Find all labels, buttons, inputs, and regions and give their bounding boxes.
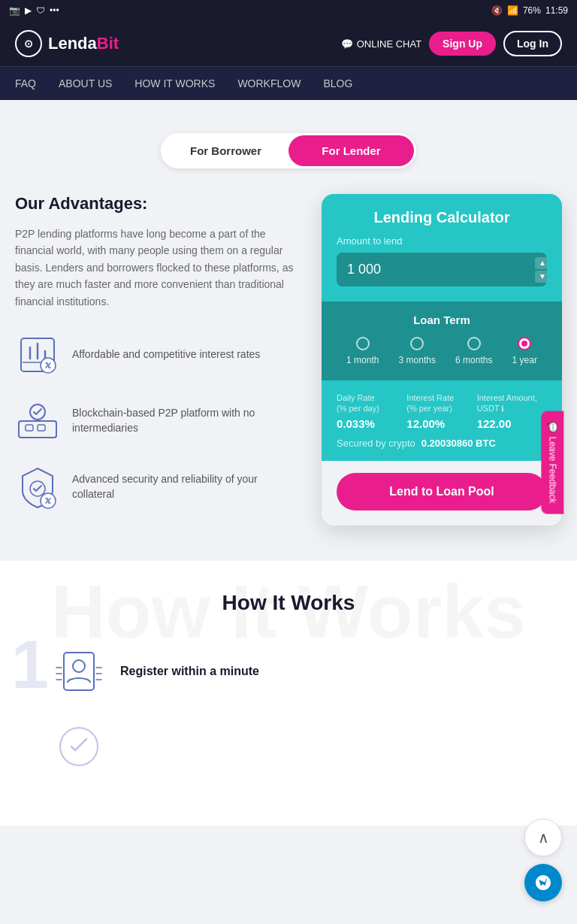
term-6months[interactable]: 6 months	[455, 337, 492, 365]
battery-level: 76%	[523, 5, 541, 16]
calc-title: Lending Calculator	[337, 209, 547, 226]
stats-section: Daily Rate(% per day) 0.033% Interest Ra…	[322, 380, 562, 461]
svg-rect-4	[38, 425, 45, 431]
chat-icon: 💬	[341, 38, 353, 50]
amount-decrement[interactable]: ▼	[535, 271, 547, 283]
term-1year[interactable]: 1 year	[512, 337, 537, 365]
nav-blog[interactable]: BLOG	[323, 67, 352, 100]
security-icon	[15, 465, 60, 510]
main-content: Our Advantages: P2P lending platforms ha…	[0, 186, 577, 561]
interest-rate-stat: Interest Rate(% per year) 12.00%	[406, 392, 476, 430]
advantage-blockchain-text: Blockchain-based P2P platform with no in…	[72, 406, 299, 435]
amount-input[interactable]	[337, 253, 532, 286]
svg-rect-3	[26, 425, 33, 431]
secured-row: Secured by crypto 0.20030860 BTC	[337, 438, 547, 449]
advantage-blockchain: Blockchain-based P2P platform with no in…	[15, 398, 299, 444]
login-button[interactable]: Log In	[503, 31, 562, 56]
nav-how-it-works[interactable]: HOW IT WORKS	[134, 67, 215, 100]
interest-amount-stat: Interest Amount,USDT ℹ 122.00	[477, 392, 547, 430]
mute-icon: 🔇	[491, 5, 503, 16]
more-icon: •••	[50, 5, 59, 16]
header: ⊙ LendaBit 💬 ONLINE CHAT Sign Up Log In	[0, 21, 577, 66]
play-icon: ▶	[25, 5, 32, 16]
term-1month-label: 1 month	[346, 355, 379, 365]
status-left: 📷 ▶ 🛡 •••	[9, 5, 59, 16]
signup-button[interactable]: Sign Up	[429, 32, 496, 56]
status-right: 🔇 📶 76% 11:59	[491, 5, 568, 16]
nav-menu: FAQ ABOUT US HOW IT WORKS WORKFLOW BLOG	[0, 66, 577, 100]
step-1-number: 1	[11, 626, 49, 704]
nav-faq[interactable]: FAQ	[15, 67, 36, 100]
lending-calculator: Lending Calculator Amount to lend ▲ ▼ ℹ …	[322, 194, 562, 526]
term-3months-radio	[410, 337, 424, 350]
advantage-rates: Affordable and competitive interest rate…	[15, 332, 299, 377]
advantage-rates-text: Affordable and competitive interest rate…	[72, 347, 260, 362]
amount-increment[interactable]: ▲	[535, 257, 547, 269]
term-options: 1 month 3 months 6 months 1 year	[337, 337, 547, 365]
loan-term-title: Loan Term	[337, 314, 547, 326]
step-1: 1 Register within a minute	[15, 645, 562, 698]
advantages-title: Our Advantages:	[15, 194, 299, 214]
advantages-description: P2P lending platforms have long become a…	[15, 226, 299, 310]
nav-about[interactable]: ABOUT US	[59, 67, 112, 100]
header-right: 💬 ONLINE CHAT Sign Up Log In	[341, 31, 562, 56]
term-3months-label: 3 months	[399, 355, 436, 365]
logo-icon: ⊙	[15, 30, 42, 57]
online-chat-link[interactable]: 💬 ONLINE CHAT	[341, 38, 421, 50]
camera-icon: 📷	[9, 5, 20, 16]
amount-spinner: ▲ ▼	[532, 253, 547, 286]
status-bar: 📷 ▶ 🛡 ••• 🔇 📶 76% 11:59	[0, 0, 577, 21]
shield-icon: 🛡	[36, 5, 45, 16]
wifi-icon: 📶	[507, 5, 518, 16]
step-2-icon	[53, 720, 105, 773]
secured-value: 0.20030860 BTC	[421, 438, 496, 449]
amount-label: Amount to lend	[337, 235, 547, 247]
blockchain-icon	[15, 398, 60, 444]
interest-rate-label: Interest Rate(% per year)	[406, 392, 476, 414]
rates-icon	[15, 332, 60, 377]
logo-text: LendaBit	[48, 34, 119, 53]
interest-rate-value: 12.00%	[406, 417, 476, 430]
interest-amount-label: Interest Amount,USDT ℹ	[477, 392, 547, 414]
advantages-section: Our Advantages: P2P lending platforms ha…	[15, 194, 307, 531]
stats-row: Daily Rate(% per day) 0.033% Interest Ra…	[337, 392, 547, 430]
term-6months-radio	[467, 337, 481, 350]
advantage-security: Advanced security and reliability of you…	[15, 465, 299, 510]
daily-rate-label: Daily Rate(% per day)	[337, 392, 406, 414]
daily-rate-value: 0.033%	[337, 417, 406, 430]
lend-to-pool-button[interactable]: Lend to Loan Pool	[337, 473, 547, 510]
step-2	[15, 720, 562, 773]
nav-workflow[interactable]: WORKFLOW	[237, 67, 301, 100]
feedback-icon: 💬	[548, 421, 558, 432]
term-1year-radio	[518, 337, 531, 350]
daily-rate-stat: Daily Rate(% per day) 0.033%	[337, 392, 406, 430]
svg-point-9	[73, 660, 85, 672]
step-1-icon	[53, 645, 105, 698]
loan-term-section: Loan Term 1 month 3 months 6 months 1 ye…	[322, 301, 562, 380]
secured-label: Secured by crypto	[337, 438, 415, 449]
term-1month[interactable]: 1 month	[346, 337, 379, 365]
term-1year-label: 1 year	[512, 355, 537, 365]
feedback-tab[interactable]: 💬 Leave Feedback	[542, 410, 564, 514]
how-it-works-section: How It Works How It Works 1 Register wit…	[0, 561, 577, 826]
tab-borrower[interactable]: For Borrower	[163, 135, 288, 166]
calc-header: Lending Calculator Amount to lend ▲ ▼ ℹ …	[322, 194, 562, 301]
clock: 11:59	[545, 5, 568, 16]
interest-amount-value: 122.00	[477, 417, 547, 430]
how-it-works-title: How It Works	[15, 591, 562, 615]
amount-row: ▲ ▼ ℹ USDT ▾	[337, 253, 547, 286]
logo: ⊙ LendaBit	[15, 30, 119, 57]
advantage-security-text: Advanced security and reliability of you…	[72, 472, 299, 501]
term-3months[interactable]: 3 months	[399, 337, 436, 365]
step-1-text: Register within a minute	[120, 665, 259, 678]
term-6months-label: 6 months	[455, 355, 492, 365]
tab-lender[interactable]: For Lender	[288, 135, 414, 166]
term-1month-radio	[356, 337, 370, 350]
tab-toggle: For Borrower For Lender	[161, 133, 416, 168]
